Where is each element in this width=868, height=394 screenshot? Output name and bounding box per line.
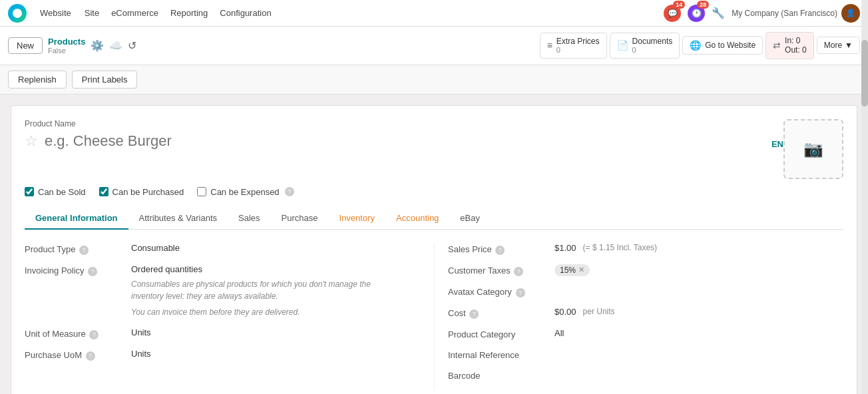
invoicing-policy-value[interactable]: Ordered quantities bbox=[131, 264, 397, 274]
barcode-field: Barcode bbox=[448, 369, 843, 381]
more-button[interactable]: More ▼ bbox=[817, 37, 860, 54]
tax-tag-remove[interactable]: ✕ bbox=[578, 266, 584, 274]
replenish-button[interactable]: Replenish bbox=[8, 71, 67, 89]
extra-prices-count: 0 bbox=[556, 46, 560, 55]
product-type-help-icon[interactable]: ? bbox=[79, 246, 89, 255]
invoicing-policy-help-icon[interactable]: ? bbox=[88, 267, 97, 276]
avatax-category-field: Avatax Category ? bbox=[448, 286, 843, 297]
sales-price-help-icon[interactable]: ? bbox=[495, 246, 505, 255]
avatax-help-icon[interactable]: ? bbox=[516, 288, 525, 297]
unit-of-measure-value[interactable]: Units bbox=[131, 327, 151, 337]
extra-prices-button[interactable]: ≡ Extra Prices 0 bbox=[540, 33, 607, 59]
uom-help-icon[interactable]: ? bbox=[89, 330, 99, 339]
main-content: Product Name ☆ EN 📷 Can be Sold Can be P… bbox=[0, 95, 868, 394]
activity-badge: 28 bbox=[697, 1, 709, 9]
documents-button[interactable]: 📄 Documents 0 bbox=[610, 33, 680, 59]
nav-site[interactable]: Site bbox=[85, 8, 99, 18]
extra-prices-label: Extra Prices bbox=[556, 37, 600, 46]
product-category-label: Product Category bbox=[448, 328, 554, 339]
can-be-purchased-checkbox[interactable]: Can be Purchased bbox=[99, 187, 184, 197]
tab-inventory[interactable]: Inventory bbox=[329, 208, 385, 230]
can-be-expensed-label: Can be Expensed bbox=[210, 187, 279, 197]
camera-plus-icon: 📷 bbox=[803, 140, 823, 158]
cloud-upload-icon[interactable]: ☁️ bbox=[109, 39, 122, 52]
favorite-star-icon[interactable]: ☆ bbox=[25, 132, 38, 150]
transfer-icon: ⇄ bbox=[773, 40, 781, 51]
sales-price-label: Sales Price ? bbox=[448, 243, 554, 255]
form-left-section: Product Type ? Consumable Invoicing Poli… bbox=[25, 243, 434, 390]
scrollbar-thumb[interactable] bbox=[861, 40, 868, 106]
tax-tag-label: 15% bbox=[560, 266, 576, 275]
chat-badge: 14 bbox=[673, 1, 685, 9]
tab-accounting[interactable]: Accounting bbox=[385, 208, 449, 230]
settings-icon[interactable]: 🔧 bbox=[712, 7, 725, 19]
customer-taxes-help-icon[interactable]: ? bbox=[514, 267, 523, 276]
more-chevron-icon: ▼ bbox=[845, 41, 853, 50]
breadcrumb-link[interactable]: Products bbox=[48, 37, 85, 47]
tab-ebay[interactable]: eBay bbox=[449, 208, 491, 230]
product-name-input[interactable] bbox=[45, 132, 311, 150]
transfers-button[interactable]: ⇄ In: 0 Out: 0 bbox=[765, 32, 814, 59]
tab-sales[interactable]: Sales bbox=[228, 208, 271, 230]
undo-icon[interactable]: ↺ bbox=[128, 39, 136, 52]
top-navigation: Website Site eCommerce Reporting Configu… bbox=[0, 0, 868, 27]
sales-price-incl-taxes: (= $ 1.15 Incl. Taxes) bbox=[583, 243, 658, 252]
can-be-expensed-checkbox[interactable]: Can be Expensed ? bbox=[197, 187, 294, 197]
avatax-category-label: Avatax Category ? bbox=[448, 286, 554, 297]
tab-attributes-variants[interactable]: Attributes & Variants bbox=[128, 208, 228, 230]
breadcrumb-sub: False bbox=[48, 47, 85, 55]
activity-notifications[interactable]: 🕐 28 bbox=[688, 5, 705, 22]
go-to-website-button[interactable]: 🌐 Go to Website bbox=[682, 36, 763, 55]
cost-help-icon[interactable]: ? bbox=[469, 309, 479, 319]
general-info-form: Product Type ? Consumable Invoicing Poli… bbox=[25, 243, 843, 390]
product-category-value[interactable]: All bbox=[554, 328, 564, 338]
tab-purchase[interactable]: Purchase bbox=[271, 208, 329, 230]
can-be-expensed-help-icon[interactable]: ? bbox=[285, 187, 294, 196]
internal-reference-label: Internal Reference bbox=[448, 349, 554, 360]
breadcrumb: Products False bbox=[48, 37, 85, 55]
purchase-uom-help-icon[interactable]: ? bbox=[86, 351, 95, 361]
settings-gear-icon[interactable]: ⚙️ bbox=[91, 39, 104, 52]
purchase-uom-label: Purchase UoM ? bbox=[25, 349, 131, 361]
purchase-uom-value[interactable]: Units bbox=[131, 349, 151, 359]
product-name-label: Product Name bbox=[25, 119, 758, 128]
website-icon: 🌐 bbox=[690, 40, 701, 51]
nav-ecommerce[interactable]: eCommerce bbox=[111, 8, 158, 18]
can-be-expensed-input[interactable] bbox=[197, 187, 206, 196]
company-name: My Company (San Francisco) bbox=[732, 9, 837, 18]
app-logo[interactable] bbox=[8, 4, 27, 23]
go-to-website-label: Go to Website bbox=[705, 41, 756, 50]
nav-right: 💬 14 🕐 28 🔧 My Company (San Francisco) 👤 bbox=[664, 4, 860, 23]
barcode-label: Barcode bbox=[448, 369, 554, 381]
new-button[interactable]: New bbox=[8, 37, 43, 54]
customer-taxes-tag: 15% ✕ bbox=[554, 264, 590, 276]
toolbar-buttons: ≡ Extra Prices 0 📄 Documents 0 🌐 Go to W… bbox=[540, 32, 860, 59]
can-be-sold-checkbox[interactable]: Can be Sold bbox=[25, 187, 86, 197]
record-action-icons: ⚙️ ☁️ ↺ bbox=[91, 39, 136, 52]
cost-field: Cost ? $0.00 per Units bbox=[448, 307, 843, 319]
nav-reporting[interactable]: Reporting bbox=[170, 8, 208, 18]
nav-configuration[interactable]: Configuration bbox=[220, 8, 271, 18]
nav-website[interactable]: Website bbox=[40, 8, 71, 18]
can-be-sold-input[interactable] bbox=[25, 187, 34, 196]
scrollbar-track[interactable] bbox=[861, 0, 868, 394]
form-right-section: Sales Price ? $1.00 (= $ 1.15 Incl. Taxe… bbox=[434, 243, 843, 390]
chat-notifications[interactable]: 💬 14 bbox=[664, 5, 681, 22]
company-info[interactable]: My Company (San Francisco) 👤 bbox=[732, 4, 860, 23]
print-labels-button[interactable]: Print Labels bbox=[72, 71, 138, 89]
product-tabs: General Information Attributes & Variant… bbox=[25, 208, 843, 230]
nav-items: Site eCommerce Reporting Configuration bbox=[85, 8, 651, 18]
can-be-purchased-input[interactable] bbox=[99, 187, 108, 196]
product-image-upload[interactable]: 📷 bbox=[783, 119, 843, 179]
cost-value[interactable]: $0.00 bbox=[554, 307, 576, 317]
language-badge[interactable]: EN bbox=[771, 139, 783, 149]
tab-general-information[interactable]: General Information bbox=[25, 208, 128, 230]
consumable-note-2: You can invoice them before they are del… bbox=[131, 306, 397, 318]
sales-price-field: Sales Price ? $1.00 (= $ 1.15 Incl. Taxe… bbox=[448, 243, 843, 255]
more-label: More bbox=[824, 41, 842, 50]
user-avatar[interactable]: 👤 bbox=[841, 4, 860, 23]
sales-price-value[interactable]: $1.00 bbox=[554, 243, 576, 253]
invoicing-policy-label: Invoicing Policy ? bbox=[25, 264, 131, 276]
unit-of-measure-field: Unit of Measure ? Units bbox=[25, 327, 421, 339]
product-type-value[interactable]: Consumable bbox=[131, 243, 180, 253]
